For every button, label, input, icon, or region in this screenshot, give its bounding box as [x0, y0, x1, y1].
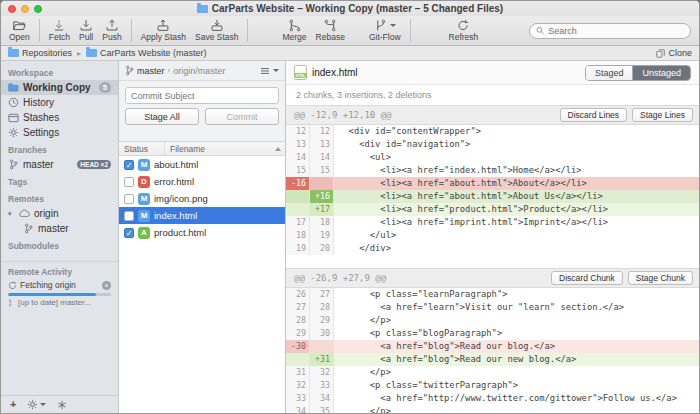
file-list-rows: ✓Mabout.htmlDerror.htmlMimg/icon.pngMind… — [119, 156, 285, 241]
diff-line[interactable]: -16 <li><a href="about.html">About</a></… — [286, 177, 699, 190]
file-status-badge: D — [138, 176, 150, 188]
sidebar-item-stashes[interactable]: Stashes — [1, 110, 118, 125]
discard-lines-button[interactable]: Discard Lines — [560, 108, 628, 122]
diff-line[interactable]: 2728 <a href="learn">Visit our "learn" s… — [286, 301, 699, 314]
actions-asterisk-icon[interactable] — [57, 400, 67, 410]
sidebar-item-working-copy[interactable]: Working Copy 5 — [1, 80, 118, 95]
fetch-button[interactable]: Fetch — [49, 19, 70, 42]
diff-line[interactable]: 3334 <a href="http://www.twitter.com/git… — [286, 392, 699, 405]
stage-checkbox[interactable] — [124, 177, 134, 187]
clone-label: Clone — [668, 48, 692, 58]
refresh-icon — [456, 19, 470, 32]
window-controls — [8, 5, 42, 13]
diff-line[interactable]: +17 <li><a href="product.html">Product</… — [286, 203, 699, 216]
zoom-window-button[interactable] — [34, 5, 42, 13]
staged-tab[interactable]: Staged — [586, 66, 633, 80]
diff-line[interactable]: 1212 <div id="contentWrapper"> — [286, 125, 699, 138]
breadcrumb-current-repo[interactable]: CarParts Website (master) — [86, 48, 206, 58]
old-line-number: 27 — [286, 301, 310, 314]
diff-line[interactable]: +16 <li><a href="about.html">About Us</a… — [286, 190, 699, 203]
sidebar-item-settings[interactable]: Settings — [1, 125, 118, 140]
diff-line[interactable]: 1414 <ul> — [286, 151, 699, 164]
file-row[interactable]: Derror.html — [119, 173, 285, 190]
pull-button[interactable]: Pull — [79, 19, 93, 42]
diff-line[interactable]: 2829 </p> — [286, 314, 699, 327]
breadcrumb-repositories-label: Repositories — [22, 48, 72, 58]
save-stash-button[interactable]: Save Stash — [195, 19, 238, 42]
unstaged-tab[interactable]: Unstaged — [632, 66, 690, 80]
new-line-number: 20 — [310, 242, 334, 255]
remote-master-label: master — [38, 223, 69, 234]
minimize-window-button[interactable] — [21, 5, 29, 13]
disclosure-triangle-icon[interactable]: ▾ — [8, 210, 15, 218]
diff-line[interactable]: +31 <a href="blog">Read our new blog.</a… — [286, 353, 699, 366]
commit-subject-input[interactable] — [125, 87, 279, 104]
view-options-button[interactable] — [260, 67, 279, 75]
new-line-number: +17 — [310, 203, 334, 216]
clone-button[interactable]: Clone — [656, 48, 692, 58]
stage-checkbox[interactable]: ✓ — [124, 228, 134, 238]
discard-chunk-button[interactable]: Discard Chunk — [551, 271, 623, 285]
diff-line[interactable]: 3435 </p> — [286, 405, 699, 413]
sidebar-item-history[interactable]: History — [1, 95, 118, 110]
diff-line[interactable]: 3132 </p> — [286, 366, 699, 379]
new-line-number: 14 — [310, 151, 334, 164]
breadcrumb-current-label: CarParts Website (master) — [100, 48, 206, 58]
stage-checkbox[interactable]: ✓ — [124, 160, 134, 170]
new-line-number — [310, 177, 334, 190]
diff-line[interactable]: 2930 <p class="blogParagraph"> — [286, 327, 699, 340]
breadcrumb-repositories[interactable]: Repositories — [8, 48, 72, 58]
apply-stash-button[interactable]: Apply Stash — [141, 19, 186, 42]
diff-line[interactable]: 1313 <div id="navigation"> — [286, 138, 699, 151]
open-button[interactable]: Open — [9, 19, 30, 42]
stage-all-button[interactable]: Stage All — [125, 108, 199, 125]
diff-line[interactable]: -30 <a href="blog">Read our blog.</a> — [286, 340, 699, 353]
svg-text:HTML: HTML — [296, 74, 307, 78]
file-row[interactable]: Mimg/icon.png — [119, 190, 285, 207]
remote-origin-label: origin — [34, 208, 58, 219]
code-text: <a href="blog">Read our blog.</a> — [334, 340, 699, 353]
stage-chunk-button[interactable]: Stage Chunk — [628, 271, 693, 285]
close-window-button[interactable] — [8, 5, 16, 13]
stage-lines-button[interactable]: Stage Lines — [632, 108, 693, 122]
new-line-number: 35 — [310, 405, 334, 413]
sidebar-item-remote-origin[interactable]: ▾ origin — [1, 206, 118, 221]
old-line-number: -16 — [286, 177, 310, 190]
stage-checkbox[interactable] — [124, 211, 134, 221]
diff-chunk-rows: 1212 <div id="contentWrapper">1313 <div … — [286, 125, 699, 255]
search-field[interactable] — [529, 23, 691, 39]
diff-line[interactable]: 2627 <p class="learnParagraph"> — [286, 288, 699, 301]
branch-master-label: master — [23, 159, 54, 170]
branch-bar[interactable]: master › origin/master — [119, 61, 285, 81]
add-repository-button[interactable]: + — [10, 399, 16, 410]
file-row[interactable]: Mindex.html — [119, 207, 285, 224]
cancel-activity-button[interactable]: × — [102, 281, 111, 290]
chevron-down-icon — [273, 69, 279, 72]
stashes-box-icon — [8, 112, 19, 123]
merge-button[interactable]: Merge — [282, 19, 306, 42]
filename-column-label: Filename — [170, 144, 205, 154]
rebase-button[interactable]: Rebase — [316, 19, 345, 42]
push-icon — [105, 19, 119, 32]
diff-line[interactable]: 1920 </div> — [286, 242, 699, 255]
pull-icon — [79, 19, 93, 32]
sidebar-settings-button[interactable] — [27, 399, 46, 410]
file-row[interactable]: ✓Aproduct.html — [119, 224, 285, 241]
remote-cloud-icon — [19, 208, 30, 219]
search-input[interactable] — [548, 26, 684, 36]
diff-line[interactable]: 1718 <li><a href="imprint.html">Imprint<… — [286, 216, 699, 229]
diff-line[interactable]: 3233 <p class="twitterParagraph"> — [286, 379, 699, 392]
sidebar-item-branch-master[interactable]: master HEAD ×2 — [1, 157, 118, 172]
refresh-button[interactable]: Refresh — [449, 19, 479, 42]
save-stash-label: Save Stash — [195, 33, 238, 42]
sidebar-item-remote-master[interactable]: master — [1, 221, 118, 236]
push-button[interactable]: Push — [102, 19, 121, 42]
stage-checkbox[interactable] — [124, 194, 134, 204]
diff-line[interactable]: 1819 </ul> — [286, 229, 699, 242]
file-row[interactable]: ✓Mabout.html — [119, 156, 285, 173]
diff-line[interactable]: 1515 <li><a href="index.html">Home</a></… — [286, 164, 699, 177]
status-column-header[interactable]: Status — [119, 142, 165, 155]
commit-button[interactable]: Commit — [205, 108, 279, 125]
filename-column-header[interactable]: Filename — [165, 144, 285, 154]
gitflow-button[interactable]: Git-Flow — [369, 19, 401, 42]
